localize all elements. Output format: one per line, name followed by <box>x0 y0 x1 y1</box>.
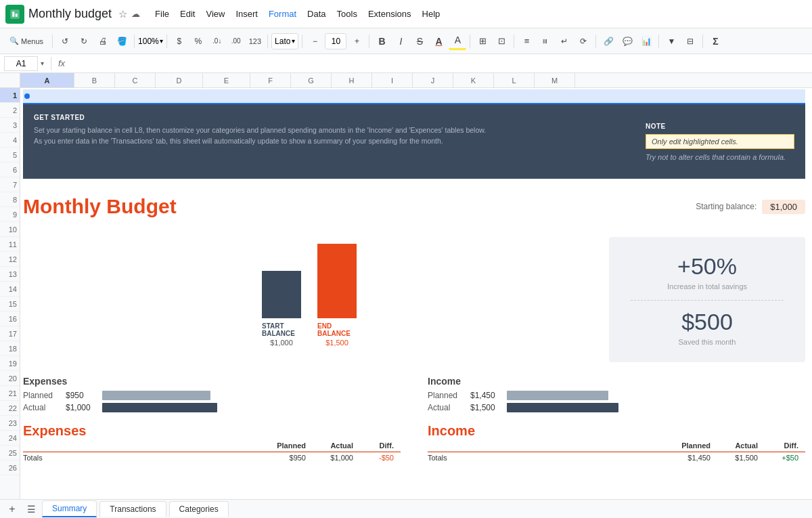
font-name-selector[interactable]: Lato ▾ <box>271 33 298 49</box>
row-1-selected[interactable] <box>23 89 805 104</box>
row-10[interactable]: 10 <box>0 222 20 237</box>
row-7[interactable]: 7 <box>0 177 20 192</box>
row-15[interactable]: 15 <box>0 297 20 311</box>
row-14[interactable]: 14 <box>0 282 20 297</box>
row-16[interactable]: 16 <box>0 311 20 326</box>
align-h-button[interactable]: ≡ <box>518 33 535 50</box>
col-header-f[interactable]: F <box>250 73 291 87</box>
function-button[interactable]: Σ <box>706 33 724 50</box>
row-12[interactable]: 12 <box>0 252 20 267</box>
row-4[interactable]: 4 <box>0 133 20 148</box>
menu-tools[interactable]: Tools <box>332 7 363 20</box>
sheet-tab-transactions[interactable]: Transactions <box>99 501 166 517</box>
row-20[interactable]: 20 <box>0 371 20 386</box>
print-button[interactable]: 🖨 <box>94 33 112 50</box>
menus-button[interactable]: 🔍 Menus <box>4 33 49 50</box>
row-23[interactable]: 23 <box>0 416 20 431</box>
fill-color-button[interactable]: A <box>449 33 466 50</box>
redo-button[interactable]: ↻ <box>75 33 93 50</box>
format-dec-less-button[interactable]: .0↓ <box>208 33 226 50</box>
sheet-menu-button[interactable]: ☰ <box>23 501 39 517</box>
row-26[interactable]: 26 <box>0 460 20 475</box>
row-6[interactable]: 6 <box>0 163 20 177</box>
row-19[interactable]: 19 <box>0 356 20 371</box>
col-header-b[interactable]: B <box>74 73 115 87</box>
menu-file[interactable]: File <box>150 7 175 20</box>
title-star-icon[interactable]: ☆ <box>118 8 127 20</box>
col-header-m[interactable]: M <box>535 73 575 87</box>
cell-reference-input[interactable] <box>4 56 38 71</box>
font-size-input[interactable]: 10 <box>325 33 346 49</box>
sheet-tab-categories[interactable]: Categories <box>169 501 229 517</box>
menu-extensions[interactable]: Extensions <box>363 7 417 20</box>
row-18[interactable]: 18 <box>0 341 20 356</box>
row-24[interactable]: 24 <box>0 431 20 446</box>
col-header-k[interactable]: K <box>453 73 494 87</box>
starting-balance-label: Starting balance: <box>696 202 757 211</box>
col-header-l[interactable]: L <box>494 73 535 87</box>
format-dec-more-button[interactable]: .00 <box>227 33 245 50</box>
menu-edit[interactable]: Edit <box>175 7 200 20</box>
row-8[interactable]: 8 <box>0 192 20 207</box>
undo-button[interactable]: ↺ <box>56 33 74 50</box>
zoom-control[interactable]: 100% ▾ <box>138 37 163 46</box>
menu-help[interactable]: Help <box>417 7 446 20</box>
budget-title: Monthly Budget <box>23 196 177 217</box>
font-size-increase-button[interactable]: + <box>348 33 365 50</box>
row-9[interactable]: 9 <box>0 207 20 222</box>
toolbar-separator-7 <box>470 35 470 48</box>
note-title: NOTE <box>646 123 794 130</box>
start-label: START BALANCE $1,000 <box>262 322 301 347</box>
filter2-button[interactable]: ⊟ <box>681 33 699 50</box>
toolbar-separator-1 <box>52 35 53 48</box>
wrap-button[interactable]: ↵ <box>556 33 573 50</box>
starting-balance-value[interactable]: $1,000 <box>762 200 805 214</box>
row-17[interactable]: 17 <box>0 326 20 341</box>
link-button[interactable]: 🔗 <box>600 33 617 50</box>
expenses-table: Expenses Planned Actual Diff. Totals $95… <box>23 423 401 462</box>
row-22[interactable]: 22 <box>0 401 20 416</box>
format-percent-button[interactable]: % <box>189 33 207 50</box>
title-cloud-icon[interactable]: ☁ <box>131 9 140 19</box>
add-sheet-button[interactable]: + <box>4 501 20 517</box>
col-header-h[interactable]: H <box>332 73 372 87</box>
formula-dropdown-icon[interactable]: ▾ <box>41 60 44 67</box>
row-3[interactable]: 3 <box>0 118 20 133</box>
row-1[interactable]: 1 <box>0 88 20 103</box>
col-header-j[interactable]: J <box>413 73 453 87</box>
borders-button[interactable]: ⊞ <box>474 33 491 50</box>
row-11[interactable]: 11 <box>0 237 20 252</box>
align-v-button[interactable]: ≡ <box>537 33 554 50</box>
row-2[interactable]: 2 <box>0 103 20 118</box>
font-color-button[interactable]: A <box>430 33 447 50</box>
exp-actual-label: Actual <box>23 403 60 412</box>
sheet-tab-summary[interactable]: Summary <box>42 500 97 517</box>
bold-button[interactable]: B <box>373 33 390 50</box>
menu-data[interactable]: Data <box>302 7 331 20</box>
menu-view[interactable]: View <box>200 7 230 20</box>
menu-format[interactable]: Format <box>263 7 302 20</box>
format-123-button[interactable]: 123 <box>246 33 264 50</box>
row-25[interactable]: 25 <box>0 446 20 460</box>
format-currency-button[interactable]: $ <box>171 33 188 50</box>
corner-cell <box>0 73 20 88</box>
italic-button[interactable]: I <box>392 33 409 50</box>
col-header-e[interactable]: E <box>203 73 250 87</box>
strikethrough-button[interactable]: S <box>411 33 428 50</box>
row-21[interactable]: 21 <box>0 386 20 401</box>
col-header-c[interactable]: C <box>115 73 156 87</box>
col-header-i[interactable]: I <box>372 73 413 87</box>
merge-button[interactable]: ⊡ <box>493 33 510 50</box>
comment-button[interactable]: 💬 <box>618 33 636 50</box>
row-13[interactable]: 13 <box>0 267 20 282</box>
col-header-a[interactable]: A <box>20 73 74 87</box>
rotate-button[interactable]: ⟳ <box>574 33 592 50</box>
font-size-decrease-button[interactable]: − <box>306 33 323 50</box>
menu-insert[interactable]: Insert <box>230 7 263 20</box>
col-header-g[interactable]: G <box>291 73 332 87</box>
col-header-d[interactable]: D <box>156 73 203 87</box>
chart-button[interactable]: 📊 <box>637 33 655 50</box>
filter-button[interactable]: ▼ <box>662 33 680 50</box>
row-5[interactable]: 5 <box>0 148 20 163</box>
paint-format-button[interactable]: 🪣 <box>113 33 131 50</box>
